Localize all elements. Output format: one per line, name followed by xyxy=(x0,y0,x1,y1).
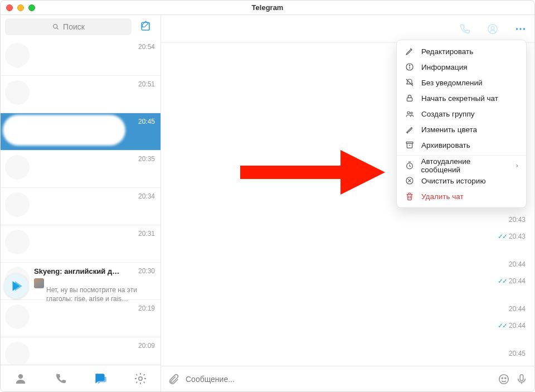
timer-icon xyxy=(405,161,414,170)
play-watermark-icon xyxy=(4,274,28,298)
window-title: Telegram xyxy=(1,3,534,12)
clear-icon xyxy=(405,176,415,185)
sidebar: Поиск 20:5420:5120:4520:3520:3420:3120:3… xyxy=(1,15,161,391)
message-timestamp: 20:45 xyxy=(509,350,526,357)
chat-list-item[interactable]: 20:54 xyxy=(1,38,160,76)
menu-item-clear[interactable]: Очистить историю xyxy=(397,173,526,188)
window-zoom-button[interactable] xyxy=(28,4,35,11)
menu-item-label: Архивировать xyxy=(421,141,470,149)
svg-point-17 xyxy=(409,65,410,65)
mute-icon xyxy=(405,78,415,87)
message-timestamp: ✓✓20:44 xyxy=(498,277,526,285)
svg-line-1 xyxy=(57,28,59,30)
message-timestamp: 20:43 xyxy=(509,216,526,224)
message-timestamp: ✓✓20:44 xyxy=(498,322,526,330)
tab-contacts[interactable] xyxy=(8,367,33,390)
menu-item-brush[interactable]: Изменить цвета xyxy=(397,122,526,137)
svg-point-10 xyxy=(523,28,525,30)
menu-item-label: Очистить историю xyxy=(421,177,486,185)
avatar xyxy=(5,43,30,67)
chat-time: 20:45 xyxy=(138,118,155,125)
titlebar: Telegram xyxy=(1,1,534,15)
menu-item-lock[interactable]: Начать секретный чат xyxy=(397,90,526,106)
chat-list: 20:5420:5120:4520:3520:3420:3120:30Skyen… xyxy=(1,38,160,365)
svg-point-20 xyxy=(407,112,410,114)
avatar xyxy=(5,155,30,180)
menu-item-label: Изменить цвета xyxy=(421,125,477,134)
message-input[interactable] xyxy=(186,371,492,388)
message-timestamp: 20:44 xyxy=(509,305,526,313)
svg-point-7 xyxy=(491,26,494,30)
chat-list-item[interactable]: 20:34 xyxy=(1,188,160,225)
svg-point-13 xyxy=(505,378,506,379)
chat-time: 20:31 xyxy=(138,230,155,238)
tab-settings[interactable] xyxy=(128,367,153,390)
chat-list-item[interactable]: 20:31 xyxy=(1,225,160,263)
chat-time: 20:34 xyxy=(138,192,155,200)
menu-item-label: Удалить чат xyxy=(421,192,464,201)
tab-calls[interactable] xyxy=(48,367,73,390)
message-timestamp: ✓✓20:43 xyxy=(498,233,526,240)
chevron-right-icon: › xyxy=(516,161,519,170)
menu-item-archive[interactable]: Архивировать xyxy=(397,137,526,153)
menu-item-group[interactable]: Создать группу xyxy=(397,106,526,122)
svg-point-12 xyxy=(502,378,503,379)
avatar xyxy=(5,230,30,254)
more-icon[interactable] xyxy=(514,23,527,35)
redaction-smear xyxy=(3,115,125,146)
menu-item-pencil[interactable]: Редактировать xyxy=(397,43,526,59)
window-minimize-button[interactable] xyxy=(17,4,24,11)
svg-point-21 xyxy=(411,112,412,114)
sidebar-tabs xyxy=(1,365,160,391)
chat-list-item[interactable]: 20:35 xyxy=(1,151,160,188)
window-close-button[interactable] xyxy=(6,4,13,11)
muted-icon xyxy=(34,278,155,284)
brush-icon xyxy=(405,125,415,134)
compose-button[interactable] xyxy=(136,18,156,35)
profile-icon[interactable] xyxy=(487,23,499,35)
info-icon xyxy=(405,62,415,71)
search-icon xyxy=(52,23,60,31)
trash-icon xyxy=(405,192,415,201)
chat-list-item[interactable]: 20:51 xyxy=(1,76,160,113)
svg-point-9 xyxy=(519,28,521,30)
svg-rect-14 xyxy=(520,374,523,380)
chat-time: 20:09 xyxy=(138,342,155,350)
menu-item-mute[interactable]: Без уведомлений xyxy=(397,75,526,90)
mic-icon[interactable] xyxy=(515,373,528,385)
avatar xyxy=(5,192,30,217)
svg-point-11 xyxy=(499,374,509,384)
chat-time: 20:30 xyxy=(138,267,155,275)
lock-icon xyxy=(405,94,415,103)
menu-item-label: Автоудаление сообщений xyxy=(421,157,509,174)
read-ticks-icon: ✓✓ xyxy=(498,322,507,330)
call-icon[interactable] xyxy=(459,23,471,35)
pencil-icon xyxy=(405,47,415,56)
chat-main: 20:43✓✓20:4320:44✓✓20:4420:44✓✓20:4420:4… xyxy=(161,15,534,391)
avatar xyxy=(5,304,30,329)
svg-point-5 xyxy=(139,376,142,380)
svg-point-8 xyxy=(516,28,518,30)
menu-item-label: Создать группу xyxy=(421,110,474,118)
chat-time: 20:19 xyxy=(138,304,155,312)
menu-item-label: Редактировать xyxy=(421,47,473,56)
chat-list-item[interactable]: 20:09 xyxy=(1,337,160,365)
chat-time: 20:51 xyxy=(138,80,155,88)
tab-chats[interactable] xyxy=(88,367,113,390)
preview-thumb xyxy=(34,278,44,288)
chat-list-item[interactable]: 20:19 xyxy=(1,300,160,337)
menu-item-timer[interactable]: Автоудаление сообщений› xyxy=(397,155,526,173)
avatar xyxy=(5,80,30,105)
svg-rect-19 xyxy=(407,98,412,101)
svg-rect-22 xyxy=(406,142,413,144)
attach-icon[interactable] xyxy=(168,373,180,385)
search-input[interactable]: Поиск xyxy=(5,18,132,35)
message-timestamp: 20:44 xyxy=(509,260,526,268)
menu-item-trash[interactable]: Удалить чат xyxy=(397,188,526,204)
chat-time: 20:54 xyxy=(138,43,155,51)
chat-header xyxy=(161,15,534,43)
emoji-icon[interactable] xyxy=(498,373,510,385)
menu-item-info[interactable]: Информация xyxy=(397,59,526,75)
svg-point-0 xyxy=(54,25,57,28)
archive-icon xyxy=(405,141,415,149)
